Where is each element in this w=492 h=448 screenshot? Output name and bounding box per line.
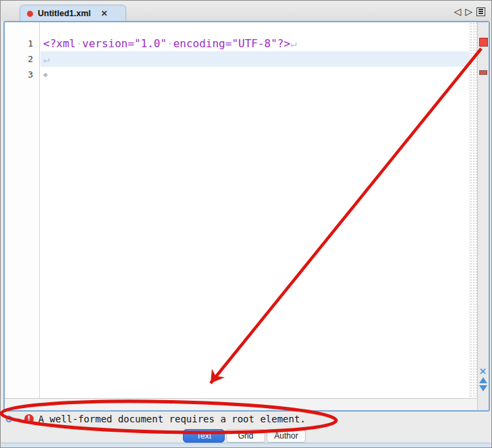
- tab-bar: Untitled1.xml ✕ ◁ ▷: [1, 1, 491, 21]
- overview-ruler: ✕: [477, 22, 489, 410]
- error-marker-second[interactable]: [479, 70, 487, 75]
- chevron-right-icon[interactable]: »: [17, 416, 21, 423]
- whitespace-dot: ·: [167, 37, 173, 50]
- bottom-edge-strip: [1, 443, 491, 447]
- text-mode-button[interactable]: Text: [183, 429, 225, 443]
- validation-status-row: ⚙ » ! A well-formed document requires a …: [5, 412, 306, 426]
- whitespace-dot: ·: [76, 37, 82, 50]
- previous-error-icon[interactable]: [479, 377, 487, 383]
- code-line-3[interactable]: ◆: [40, 67, 469, 82]
- line-break-icon: ↵: [290, 37, 297, 50]
- forward-icon[interactable]: ▷: [465, 6, 472, 17]
- horizontal-scrollbar[interactable]: [5, 398, 477, 410]
- app-window: Untitled1.xml ✕ ◁ ▷ 123 <?xml·version="1…: [0, 0, 492, 448]
- next-error-icon[interactable]: [479, 385, 487, 391]
- back-icon[interactable]: ◁: [454, 6, 461, 17]
- clear-highlights-icon[interactable]: ✕: [479, 367, 487, 376]
- tab-close-icon[interactable]: ✕: [101, 9, 108, 18]
- tab-nav-icons: ◁ ▷: [454, 6, 485, 17]
- validation-message: A well-formed document requires a root e…: [38, 414, 306, 424]
- line-number: 3: [5, 67, 39, 82]
- line-number: 2: [5, 51, 39, 67]
- line-break-icon: ↵: [43, 53, 50, 65]
- code-line-1[interactable]: <?xml·version="1.0"·encoding="UTF-8"?>↵: [40, 36, 469, 51]
- line-number-gutter: 123: [5, 22, 40, 398]
- modified-dot-icon: [27, 11, 33, 17]
- vertical-scrollbar[interactable]: [469, 22, 477, 398]
- xml-code-text: version="1.0": [82, 37, 167, 50]
- xml-code-text: <?xml: [43, 37, 76, 50]
- tab-list-icon[interactable]: [476, 7, 485, 16]
- mode-switcher: Text Grid Author: [183, 429, 306, 443]
- tab-title: Untitled1.xml: [38, 9, 91, 18]
- grid-mode-button[interactable]: Grid: [226, 429, 265, 443]
- gear-icon[interactable]: ⚙: [5, 414, 13, 424]
- xml-code-text: encoding="UTF-8"?>: [173, 37, 290, 50]
- editor-panel: 123 <?xml·version="1.0"·encoding="UTF-8"…: [3, 21, 490, 412]
- code-line-2[interactable]: ↵: [40, 51, 469, 67]
- tab-untitled1[interactable]: Untitled1.xml ✕: [20, 5, 126, 22]
- error-icon: !: [24, 414, 34, 424]
- eof-marker-icon: ◆: [43, 70, 48, 79]
- line-number: 1: [5, 36, 39, 51]
- error-marker-top[interactable]: [479, 38, 488, 47]
- author-mode-button[interactable]: Author: [267, 429, 306, 443]
- code-lines[interactable]: <?xml·version="1.0"·encoding="UTF-8"?>↵↵…: [40, 22, 469, 398]
- error-navigation: ✕: [477, 367, 489, 391]
